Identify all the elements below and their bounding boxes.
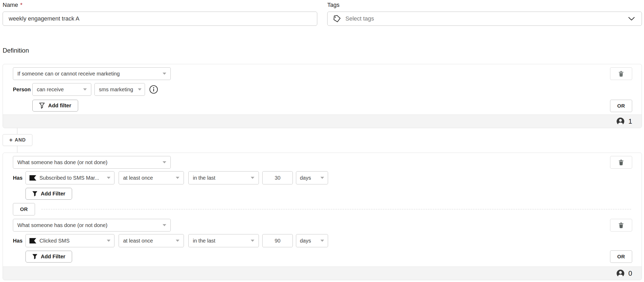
and-button-label: AND [15,137,26,143]
frequency-value: at least once [123,238,173,244]
consent-channel-value: sms marketing [99,87,135,93]
profile-count-bar: 1 [3,114,642,128]
plus-icon: + [9,137,13,143]
chevron-down-icon [320,177,324,179]
person-row-label: Person [13,87,32,93]
consent-verb-select[interactable]: can receive [32,83,91,96]
condition-type-select[interactable]: If someone can or cannot receive marketi… [13,67,171,80]
chevron-down-icon [251,240,254,242]
chevron-down-icon [176,240,179,242]
add-and-button[interactable]: + AND [3,134,32,146]
info-icon [149,85,158,94]
activity-head-row: What someone has done (or not done) [13,156,632,169]
has-row-label: Has [13,175,26,181]
consent-head-row: If someone can or cannot receive marketi… [13,67,632,80]
condition-type-value: If someone can or cannot receive marketi… [17,71,160,77]
add-filter-button[interactable]: Add Filter [26,251,72,263]
chevron-down-icon [176,177,179,179]
name-field-group: Name* [3,2,317,26]
or-button[interactable]: OR [610,100,632,112]
frequency-value: at least once [123,175,173,181]
or-divider-line [41,209,631,210]
chevron-down-icon [251,177,254,179]
segment-builder-page: Name* Tags Select tags Definition [0,0,644,282]
profile-count-icon [616,117,625,125]
profile-count-value: 1 [628,117,632,125]
condition-type-select[interactable]: What someone has done (or not done) [13,219,171,231]
condition-type-value: What someone has done (or not done) [17,222,160,228]
tag-icon [333,14,341,23]
tags-field-group: Tags Select tags [327,2,642,26]
name-label: Name* [3,2,317,8]
amount-input[interactable] [262,234,293,247]
filter-funnel-icon [39,103,45,109]
unit-select[interactable]: days [296,234,328,247]
metric-flag-icon [29,175,36,181]
activity-condition-row: Has Subscribed to SMS Mar... at least on… [13,171,632,184]
timeframe-value: in the last [193,175,248,181]
metric-select[interactable]: Subscribed to SMS Mar... [26,171,114,184]
timeframe-select[interactable]: in the last [188,171,259,184]
add-filter-label: Add Filter [41,254,65,260]
timeframe-select[interactable]: in the last [188,234,259,247]
delete-condition-button[interactable] [610,219,632,231]
chevron-down-icon [107,240,110,242]
frequency-select[interactable]: at least once [119,234,184,247]
or-divider-row: OR [13,203,632,215]
timeframe-value: in the last [193,238,248,244]
tags-label: Tags [327,2,642,8]
filter-funnel-icon [32,254,37,259]
delete-condition-button[interactable] [610,67,632,80]
frequency-select[interactable]: at least once [119,171,184,184]
chevron-down-icon [320,240,324,242]
consent-channel-select[interactable]: sms marketing [94,83,145,96]
activity-card-content: What someone has done (or not done) Has … [3,153,642,263]
tags-placeholder: Select tags [345,15,624,22]
condition-type-value: What someone has done (or not done) [17,159,160,165]
chevron-down-icon [107,177,110,179]
tags-select[interactable]: Select tags [327,12,642,26]
or-divider-button[interactable]: OR [13,203,35,215]
has-row-label: Has [13,238,26,244]
and-connector: + AND [3,128,644,153]
condition-type-select[interactable]: What someone has done (or not done) [13,156,171,169]
consent-actions-row: Add filter OR [13,100,632,112]
amount-input[interactable] [262,171,293,184]
form-header-row: Name* Tags Select tags [0,0,644,26]
name-label-text: Name [3,2,18,8]
add-filter-label: Add filter [48,103,71,109]
or-button[interactable]: OR [610,250,632,263]
chevron-down-icon [163,224,166,226]
name-input[interactable] [3,12,317,26]
metric-value: Clicked SMS [39,238,101,244]
chevron-down-icon [628,17,635,21]
unit-value: days [300,175,318,181]
profile-count-value: 0 [628,269,632,278]
activity-filter-row: Add Filter [13,188,632,200]
chevron-down-icon [163,73,166,75]
activity-head-row: What someone has done (or not done) [13,219,632,231]
chevron-down-icon [163,161,166,163]
add-filter-label: Add Filter [41,191,65,197]
filter-funnel-icon [32,191,37,197]
add-filter-button[interactable]: Add Filter [26,188,72,200]
delete-condition-button[interactable] [610,156,632,169]
info-tooltip-trigger[interactable] [149,85,158,94]
trash-icon [618,222,624,229]
consent-condition-row: Person can receive sms marketing [13,83,632,96]
metric-select[interactable]: Clicked SMS [26,234,114,247]
consent-card-content: If someone can or cannot receive marketi… [3,64,642,112]
add-filter-button[interactable]: Add filter [32,100,78,112]
required-asterisk: * [20,2,23,8]
metric-flag-icon [29,238,36,244]
trash-icon [618,70,624,77]
chevron-down-icon [138,88,142,90]
consent-verb-value: can receive [37,87,80,93]
activity-condition-card: What someone has done (or not done) Has … [3,153,642,280]
profile-count-icon [616,269,625,278]
activity-condition-row: Has Clicked SMS at least once in the las… [13,234,632,247]
profile-count-bar: 0 [3,266,642,280]
unit-select[interactable]: days [296,171,328,184]
metric-value: Subscribed to SMS Mar... [39,175,101,181]
unit-value: days [300,238,318,244]
